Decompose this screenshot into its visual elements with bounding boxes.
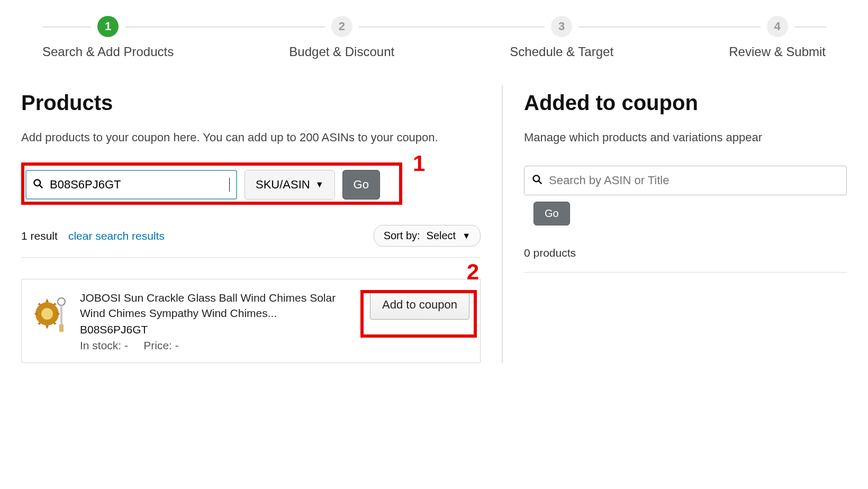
step-review-submit[interactable]: 4 Review & Submit [729, 16, 826, 59]
coupon-search-field[interactable] [524, 166, 847, 195]
coupon-search-input[interactable] [548, 173, 839, 188]
svg-marker-3 [46, 298, 49, 302]
step-label-3: Schedule & Target [510, 44, 613, 59]
added-subtitle: Manage which products and variations app… [524, 131, 847, 144]
step-label-1: Search & Add Products [42, 44, 174, 59]
svg-point-11 [41, 308, 53, 320]
products-subtitle: Add products to your coupon here. You ca… [21, 131, 481, 144]
step-circle-2: 2 [331, 16, 352, 37]
price-label: Price: [143, 339, 172, 351]
step-circle-1: 1 [97, 16, 119, 37]
chevron-down-icon: ▼ [315, 180, 324, 189]
results-toolbar: 1 result clear search results Sort by: S… [21, 225, 481, 247]
results-divider [21, 257, 481, 258]
added-title: Added to coupon [524, 91, 847, 115]
product-card: JOBOSI Sun Crackle Glass Ball Wind Chime… [21, 279, 481, 363]
svg-marker-4 [46, 325, 49, 329]
search-icon [33, 178, 43, 192]
coupon-products-count: 0 products [524, 247, 847, 273]
product-search-row: 1 SKU/ASIN ▼ Go [21, 166, 481, 204]
product-search-input[interactable] [49, 177, 229, 192]
search-icon [532, 174, 542, 187]
coupon-go-button[interactable]: Go [534, 202, 570, 225]
step-budget-discount[interactable]: 2 Budget & Discount [289, 16, 394, 59]
svg-point-0 [34, 179, 41, 186]
step-label-2: Budget & Discount [289, 44, 394, 59]
sort-value: Select [427, 230, 456, 242]
svg-point-12 [58, 298, 65, 305]
step-circle-4: 4 [767, 16, 788, 37]
step-circle-3: 3 [551, 16, 572, 37]
step-schedule-target[interactable]: 3 Schedule & Target [510, 16, 613, 59]
chevron-down-icon: ▼ [462, 231, 471, 241]
search-go-button[interactable]: Go [342, 170, 380, 200]
sort-label: Sort by: [384, 230, 420, 242]
products-panel: Products Add products to your coupon her… [21, 86, 503, 363]
svg-rect-13 [60, 305, 62, 324]
svg-line-16 [539, 180, 542, 184]
products-title: Products [21, 91, 481, 115]
step-search-add[interactable]: 1 Search & Add Products [42, 16, 174, 59]
annotation-label-2: 2 [467, 259, 479, 285]
product-asin: B08S6PJ6GT [80, 323, 359, 336]
price-value: - [175, 339, 179, 351]
svg-rect-14 [59, 324, 64, 332]
product-title: JOBOSI Sun Crackle Glass Ball Wind Chime… [80, 290, 359, 321]
stock-value: - [124, 339, 128, 351]
text-cursor [229, 178, 230, 192]
stepper: 1 Search & Add Products 2 Budget & Disco… [42, 16, 826, 59]
svg-line-1 [40, 185, 43, 188]
sort-select[interactable]: Sort by: Select ▼ [374, 225, 481, 247]
added-to-coupon-panel: Added to coupon Manage which products an… [503, 86, 847, 363]
step-label-4: Review & Submit [729, 44, 826, 59]
result-count: 1 result [21, 230, 58, 242]
add-to-coupon-button[interactable]: Add to coupon [370, 290, 469, 320]
search-type-label: SKU/ASIN [256, 178, 310, 192]
svg-point-15 [534, 175, 540, 182]
annotation-label-1: 1 [413, 151, 425, 176]
product-search-field[interactable] [25, 170, 237, 200]
stock-label: In stock: [80, 339, 121, 351]
product-meta: In stock: - Price: - [80, 339, 359, 352]
clear-results-link[interactable]: clear search results [68, 230, 165, 242]
product-thumbnail [32, 290, 69, 338]
search-type-select[interactable]: SKU/ASIN ▼ [245, 170, 335, 200]
